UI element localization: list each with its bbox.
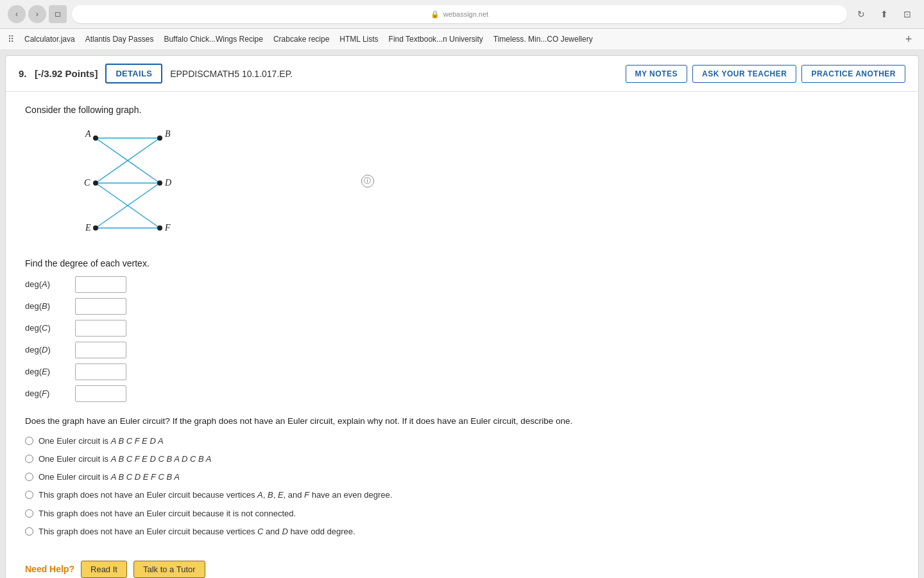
euler-label-4: This graph does not have an Euler circui… (38, 489, 392, 501)
bookmark-textbook[interactable]: Find Textbook...n University (389, 35, 483, 44)
grid-icon: ⠿ (8, 34, 14, 44)
svg-text:B: B (165, 129, 171, 139)
deg-a-label: deg(A) (25, 279, 70, 289)
deg-c-input[interactable] (75, 320, 126, 337)
deg-d-input[interactable] (75, 342, 126, 358)
svg-text:C: C (84, 178, 90, 188)
lock-icon: 🔒 (431, 10, 440, 19)
deg-e-input[interactable] (75, 363, 126, 380)
back-button[interactable]: ‹ (8, 5, 26, 23)
svg-text:E: E (85, 223, 91, 232)
svg-point-8 (157, 136, 162, 141)
euler-radio-5[interactable] (25, 509, 33, 518)
euler-radio-6[interactable] (25, 527, 33, 536)
url-text: webassign.net (443, 10, 488, 18)
svg-point-11 (93, 225, 98, 231)
bookmark-html[interactable]: HTML Lists (339, 35, 378, 44)
svg-point-7 (93, 136, 98, 141)
euler-option-2: One Euler circuit is A B C F E D C B A D… (25, 453, 899, 465)
bookmark-atlantis[interactable]: Atlantis Day Passes (85, 35, 154, 44)
forward-button[interactable]: › (28, 5, 46, 23)
deg-b-input[interactable] (75, 298, 126, 315)
svg-text:F: F (164, 223, 171, 232)
euler-label-3: One Euler circuit is A B C D E F C B A (38, 471, 180, 483)
graph-container: A B C D E F ⓘ (76, 125, 899, 245)
question-content: Consider the following graph. (6, 92, 918, 578)
euler-label-6: This graph does not have an Euler circui… (38, 526, 355, 538)
practice-another-button[interactable]: PRACTICE ANOTHER (801, 65, 905, 83)
euler-radio-2[interactable] (25, 455, 33, 463)
deg-f-input[interactable] (75, 385, 126, 402)
bookmarks-bar: ⠿ Calculator.java Atlantis Day Passes Bu… (0, 29, 924, 50)
deg-d-row: deg(D) (25, 342, 899, 358)
euler-radio-4[interactable] (25, 491, 33, 499)
graph-svg: A B C D E F (76, 125, 179, 241)
help-section: Need Help? Read It Talk to a Tutor (25, 553, 899, 578)
talk-to-tutor-button[interactable]: Talk to a Tutor (133, 561, 205, 578)
bookmark-calculator[interactable]: Calculator.java (24, 35, 75, 44)
question-number: 9. [-/3.92 Points] (19, 68, 98, 79)
expand-button[interactable]: ⊡ (898, 5, 916, 23)
new-tab-button[interactable]: + (901, 31, 916, 47)
euler-radio-3[interactable] (25, 473, 33, 481)
browser-toolbar: ‹ › □ 🔒 webassign.net ↻ ⬆ ⊡ (0, 0, 924, 29)
bookmark-crabcake[interactable]: Crabcake recipe (273, 35, 329, 44)
euler-section: Does the graph have an Euler circuit? If… (25, 415, 899, 538)
address-bar[interactable]: 🔒 webassign.net (72, 5, 847, 23)
deg-a-row: deg(A) (25, 276, 899, 293)
euler-option-6: This graph does not have an Euler circui… (25, 526, 899, 538)
euler-option-4: This graph does not have an Euler circui… (25, 489, 899, 501)
window-button[interactable]: □ (49, 5, 67, 23)
degree-instruction: Find the degree of each vertex. (25, 258, 899, 268)
deg-c-row: deg(C) (25, 320, 899, 337)
euler-question: Does the graph have an Euler circuit? If… (25, 415, 899, 428)
euler-label-1: One Euler circuit is A B C F E D A (38, 435, 164, 447)
svg-text:D: D (164, 178, 171, 188)
header-actions: MY NOTES ASK YOUR TEACHER PRACTICE ANOTH… (626, 65, 906, 83)
deg-a-input[interactable] (75, 276, 126, 293)
svg-point-12 (157, 225, 162, 231)
euler-label-5: This graph does not have an Euler circui… (38, 508, 296, 520)
page-wrapper: 9. [-/3.92 Points] DETAILS EPPDISCMATH5 … (5, 55, 919, 578)
deg-e-label: deg(E) (25, 367, 70, 376)
euler-option-1: One Euler circuit is A B C F E D A (25, 435, 899, 447)
svg-point-10 (157, 180, 162, 186)
deg-b-label: deg(B) (25, 301, 70, 311)
deg-f-label: deg(F) (25, 389, 70, 398)
need-help-label: Need Help? (25, 564, 74, 574)
bookmark-buffalo[interactable]: Buffalo Chick...Wings Recipe (164, 35, 263, 44)
share-button[interactable]: ⬆ (875, 5, 893, 23)
deg-b-row: deg(B) (25, 298, 899, 315)
euler-label-2: One Euler circuit is A B C F E D C B A D… (38, 453, 211, 465)
intro-text: Consider the following graph. (25, 105, 899, 115)
nav-buttons: ‹ › □ (8, 5, 67, 23)
deg-f-row: deg(F) (25, 385, 899, 402)
deg-e-row: deg(E) (25, 363, 899, 380)
euler-radio-1[interactable] (25, 437, 33, 445)
svg-text:A: A (85, 129, 91, 139)
deg-d-label: deg(D) (25, 345, 70, 355)
problem-id: EPPDISCMATH5 10.1.017.EP. (170, 69, 617, 79)
question-header: 9. [-/3.92 Points] DETAILS EPPDISCMATH5 … (6, 56, 918, 92)
read-it-button[interactable]: Read It (81, 561, 127, 578)
deg-c-label: deg(C) (25, 323, 70, 333)
degree-section: Find the degree of each vertex. deg(A) d… (25, 258, 899, 402)
details-button[interactable]: DETAILS (105, 64, 162, 83)
svg-point-9 (93, 180, 98, 186)
my-notes-button[interactable]: MY NOTES (626, 65, 687, 83)
reload-button[interactable]: ↻ (852, 5, 870, 23)
ask-teacher-button[interactable]: ASK YOUR TEACHER (692, 65, 796, 83)
euler-option-5: This graph does not have an Euler circui… (25, 508, 899, 520)
euler-option-3: One Euler circuit is A B C D E F C B A (25, 471, 899, 483)
bookmark-timeless[interactable]: Timeless. Min...CO Jewellery (493, 35, 593, 44)
info-icon[interactable]: ⓘ (361, 175, 374, 188)
browser-chrome: ‹ › □ 🔒 webassign.net ↻ ⬆ ⊡ ⠿ Calculator… (0, 0, 924, 50)
